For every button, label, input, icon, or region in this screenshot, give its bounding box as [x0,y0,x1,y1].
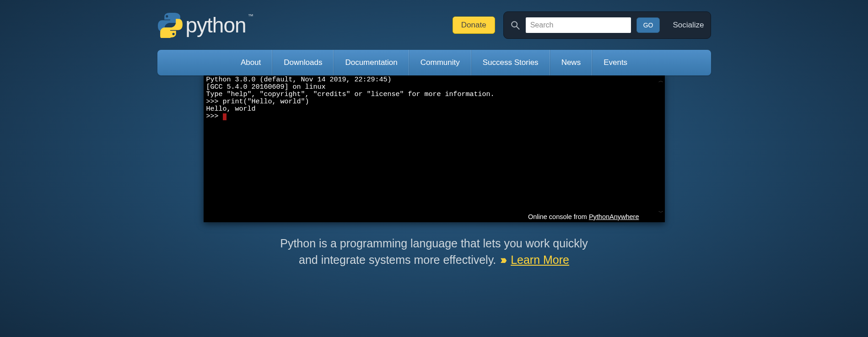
tagline-line2: and integrate systems more effectively. [299,253,499,266]
nav-downloads[interactable]: Downloads [272,50,334,75]
shell-scrollbar[interactable]: ︿ ﹀ [658,77,663,84]
search-wrap: GO Socialize [503,11,711,39]
shell-line: Hello, world [206,105,256,113]
chevrons-icon: ››› [500,253,505,266]
nav-news[interactable]: News [550,50,593,75]
nav-events[interactable]: Events [592,50,638,75]
nav-success-stories[interactable]: Success Stories [471,50,550,75]
nav-documentation[interactable]: Documentation [334,50,409,75]
learn-more-link[interactable]: Learn More [511,253,569,266]
nav-community[interactable]: Community [409,50,471,75]
shell-attr-text: Online console from [528,213,589,220]
shell-line: Type "help", "copyright", "credits" or "… [206,91,495,98]
scroll-down-icon[interactable]: ﹀ [658,209,663,216]
svg-line-1 [516,27,519,29]
svg-point-0 [512,21,517,27]
main-nav: About Downloads Documentation Community … [157,50,711,75]
logo[interactable]: python ™ [157,12,254,38]
tagline: Python is a programming language that le… [205,235,663,268]
header-bar: python ™ Donate GO Socialize [157,0,711,43]
shell-line: >>> [206,112,223,120]
logo-trademark: ™ [248,13,253,19]
search-go-button[interactable]: GO [636,17,660,33]
search-icon [510,20,520,30]
shell-line: [GCC 5.4.0 20160609] on linux [206,83,326,91]
logo-text: python [186,13,246,37]
scroll-up-icon[interactable]: ︿ [658,78,663,83]
python-logo-icon [157,12,183,38]
shell-cursor [223,113,226,120]
shell-line: Python 3.8.0 (default, Nov 14 2019, 22:2… [206,76,392,84]
nav-about[interactable]: About [230,50,272,75]
shell-output[interactable]: Python 3.8.0 (default, Nov 14 2019, 22:2… [204,76,665,212]
search-input[interactable] [526,17,631,33]
shell-attribution: Online console from PythonAnywhere [204,212,665,222]
interactive-shell[interactable]: Python 3.8.0 (default, Nov 14 2019, 22:2… [204,75,665,222]
tagline-line1: Python is a programming language that le… [280,237,588,250]
donate-button[interactable]: Donate [453,16,495,34]
pythonanywhere-link[interactable]: PythonAnywhere [589,213,639,220]
shell-line: >>> print("Hello, world") [206,98,309,106]
socialize-link[interactable]: Socialize [673,21,704,30]
